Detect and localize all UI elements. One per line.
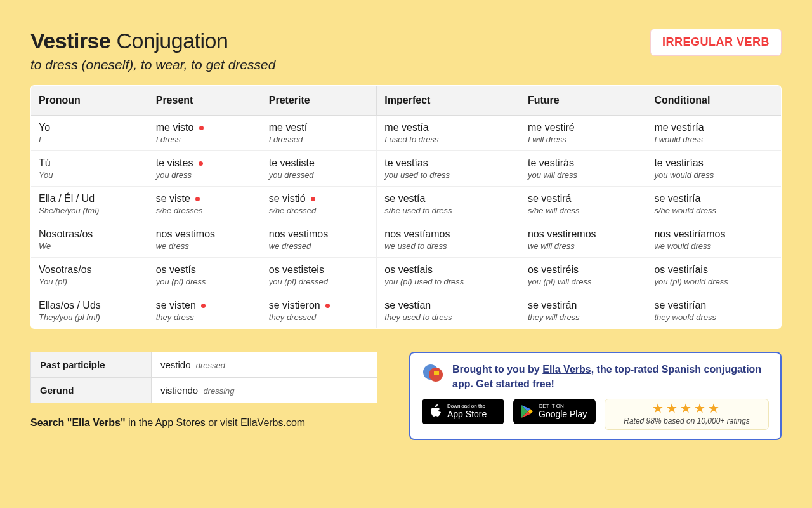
conjugation-table: PronounPresentPreteriteImperfectFutureCo… (30, 85, 782, 329)
conjugation-cell: se vestía s/he used to dress (377, 187, 520, 222)
visit-link[interactable]: visit EllaVerbs.com (220, 417, 305, 428)
conjugation-cell: se visten they dress (148, 293, 261, 329)
conjugation-cell: se vestirían they would dress (646, 293, 782, 329)
conjugation-cell: se vestiría s/he would dress (646, 187, 782, 222)
table-row: Vosotras/osYou (pl)os vestís you (pl) dr… (31, 258, 782, 293)
ella-verbs-logo-icon (422, 362, 445, 385)
table-row: Ellas/os / UdsThey/you (pl fml)se visten… (31, 293, 782, 329)
conjugation-cell: nos vestimos we dressed (261, 222, 377, 258)
col-header: Future (520, 86, 646, 116)
conjugation-cell: se vestirá s/he will dress (520, 187, 646, 222)
ella-verbs-link[interactable]: Ella Verbs (542, 364, 591, 375)
table-row: YoIme visto I dressme vestí I dressedme … (31, 116, 782, 151)
irregular-badge: IRREGULAR VERB (650, 29, 782, 56)
irregular-dot-icon (311, 197, 315, 201)
pronoun-cell: YoI (31, 116, 148, 151)
star-icons: ★★★★★ (610, 402, 763, 415)
conjugation-cell: me vestía I used to dress (377, 116, 520, 151)
conjugation-cell: te vestías you used to dress (377, 151, 520, 187)
apple-icon (429, 404, 442, 419)
rating-box: ★★★★★ Rated 98% based on 10,000+ ratings (605, 399, 769, 430)
conjugation-cell: os vestís you (pl) dress (148, 258, 261, 293)
app-store-button[interactable]: Download on theApp Store (422, 399, 504, 424)
irregular-dot-icon (199, 161, 203, 166)
google-play-icon (521, 404, 534, 418)
irregular-dot-icon (325, 304, 330, 308)
irregular-dot-icon (195, 197, 200, 201)
verb-translation: to dress (oneself), to wear, to get dres… (30, 57, 275, 72)
google-play-button[interactable]: GET IT ONGoogle Play (513, 399, 596, 424)
conjugation-cell: os vestíais you (pl) used to dress (377, 258, 520, 293)
table-row: Ella / Él / UdShe/he/you (fml)se viste s… (31, 187, 782, 222)
conjugation-cell: te vistes you dress (148, 151, 261, 187)
gerund-label: Gerund (31, 378, 152, 403)
gerund-value: vistiendo dressing (152, 378, 377, 403)
conjugation-cell: se vestirán they will dress (520, 293, 646, 329)
conjugation-cell: me vestí I dressed (261, 116, 377, 151)
conjugation-cell: se vistieron they dressed (261, 293, 377, 329)
irregular-dot-icon (199, 126, 204, 130)
conjugation-cell: os vestiréis you (pl) will dress (520, 258, 646, 293)
conjugation-cell: os vestisteis you (pl) dressed (261, 258, 377, 293)
pronoun-cell: Ella / Él / UdShe/he/you (fml) (31, 187, 148, 222)
past-participle-label: Past participle (31, 352, 152, 378)
conjugation-cell: nos vestiremos we will dress (520, 222, 646, 258)
conjugation-cell: os vestiríais you (pl) would dress (646, 258, 782, 293)
conjugation-cell: te vestirías you would dress (646, 151, 782, 187)
conjugation-cell: se vestían they used to dress (377, 293, 520, 329)
col-header: Conditional (646, 86, 782, 116)
conjugation-cell: te vestiste you dressed (261, 151, 377, 187)
conjugation-cell: te vestirás you will dress (520, 151, 646, 187)
conjugation-cell: nos vestiríamos we would dress (646, 222, 782, 258)
pronoun-cell: Ellas/os / UdsThey/you (pl fml) (31, 293, 148, 329)
conjugation-cell: me vestiría I would dress (646, 116, 782, 151)
table-row: TúYoute vistes you dresste vestiste you … (31, 151, 782, 187)
conjugation-cell: se vistió s/he dressed (261, 187, 377, 222)
col-header: Present (148, 86, 261, 116)
conjugation-cell: me visto I dress (148, 116, 261, 151)
participle-table: Past participle vestido dressed Gerund v… (30, 352, 377, 403)
conjugation-cell: se viste s/he dresses (148, 187, 261, 222)
past-participle-value: vestido dressed (152, 352, 377, 378)
pronoun-cell: Vosotras/osYou (pl) (31, 258, 148, 293)
irregular-dot-icon (201, 304, 206, 308)
page-title: Vestirse Conjugation (30, 29, 275, 53)
svg-rect-2 (434, 371, 439, 375)
table-row: Nosotras/osWenos vestimos we dressnos ve… (31, 222, 782, 258)
title-block: Vestirse Conjugation to dress (oneself),… (30, 29, 275, 72)
pronoun-cell: Nosotras/osWe (31, 222, 148, 258)
pronoun-cell: TúYou (31, 151, 148, 187)
search-note: Search "Ella Verbs" in the App Stores or… (30, 417, 377, 429)
promo-box: Brought to you by Ella Verbs, the top-ra… (409, 352, 782, 440)
promo-text: Brought to you by Ella Verbs, the top-ra… (452, 362, 769, 391)
conjugation-cell: me vestiré I will dress (520, 116, 646, 151)
col-header: Preterite (261, 86, 377, 116)
col-header: Pronoun (31, 86, 148, 116)
conjugation-cell: nos vestíamos we used to dress (377, 222, 520, 258)
col-header: Imperfect (377, 86, 520, 116)
conjugation-cell: nos vestimos we dress (148, 222, 261, 258)
